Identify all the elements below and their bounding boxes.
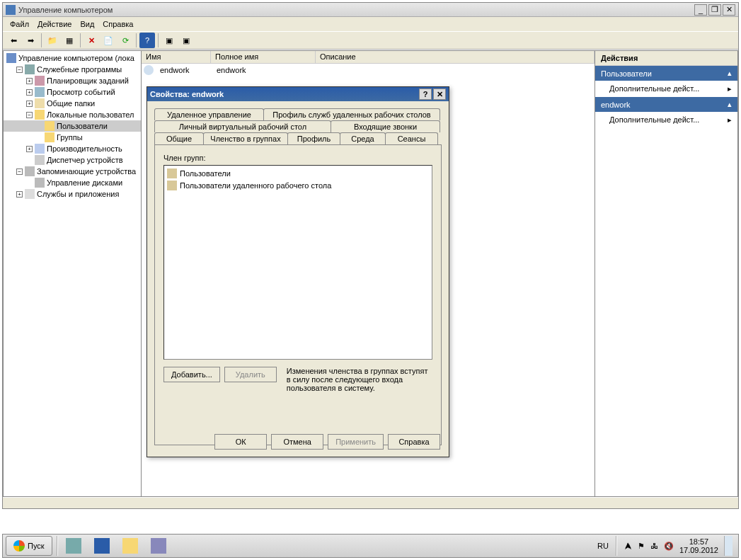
actions-section-endwork[interactable]: endwork▴ bbox=[595, 97, 737, 112]
col-fullname[interactable]: Полное имя bbox=[211, 51, 316, 63]
help-button[interactable]: ? bbox=[139, 33, 155, 48]
tray-flag-icon[interactable]: ⚑ bbox=[638, 542, 645, 551]
extra2-button[interactable]: ▣ bbox=[178, 33, 194, 48]
delete-button[interactable]: ✕ bbox=[84, 33, 99, 48]
tab-rds-profile[interactable]: Профиль служб удаленных рабочих столов bbox=[263, 108, 440, 120]
dialog-title: Свойства: endwork bbox=[150, 90, 418, 98]
properties-button[interactable]: 📄 bbox=[100, 33, 116, 48]
add-button[interactable]: Добавить... bbox=[163, 367, 220, 382]
col-name[interactable]: Имя bbox=[142, 51, 211, 63]
system-tray: RU ⮝ ⚑ 🖧 🔇 18:57 17.09.2012 bbox=[592, 536, 738, 556]
tab-sessions[interactable]: Сеансы bbox=[385, 132, 438, 144]
close-button[interactable]: ✕ bbox=[723, 4, 735, 16]
taskbar-app[interactable] bbox=[144, 536, 173, 556]
tab-member-of[interactable]: Членство в группах bbox=[203, 132, 288, 144]
menu-file[interactable]: Файл bbox=[10, 20, 29, 28]
list-row[interactable]: endwork endwork bbox=[142, 64, 594, 76]
separator bbox=[136, 33, 137, 47]
group-item[interactable]: Пользователи bbox=[166, 167, 430, 179]
up-button[interactable]: 📁 bbox=[45, 33, 60, 48]
clock[interactable]: 18:57 17.09.2012 bbox=[679, 537, 718, 554]
tab-environment[interactable]: Среда bbox=[340, 132, 386, 144]
show-desktop-button[interactable] bbox=[724, 536, 733, 556]
forward-button[interactable]: ➡ bbox=[23, 33, 38, 48]
expand-icon[interactable]: + bbox=[26, 78, 33, 84]
menu-view[interactable]: Вид bbox=[80, 20, 94, 28]
tree-performance[interactable]: +Производительность bbox=[4, 143, 141, 154]
collapse-icon[interactable]: − bbox=[16, 67, 23, 73]
actions-header: Действия bbox=[595, 51, 737, 66]
tree-storage[interactable]: −Запоминающие устройства bbox=[4, 166, 141, 177]
start-button[interactable]: Пуск bbox=[6, 536, 52, 556]
tree-shared-folders[interactable]: +Общие папки bbox=[4, 98, 141, 109]
tab-general[interactable]: Общие bbox=[154, 132, 204, 144]
tree-task-scheduler[interactable]: +Планировщик заданий bbox=[4, 75, 141, 86]
actions-more-1[interactable]: Дополнительные дейст...▸ bbox=[595, 81, 737, 97]
list-header: Имя Полное имя Описание bbox=[142, 51, 594, 64]
tree-system-tools[interactable]: −Служебные программы bbox=[4, 64, 141, 75]
taskbar-server-manager[interactable] bbox=[59, 536, 88, 556]
ok-button[interactable]: ОК bbox=[214, 434, 267, 450]
expand-icon[interactable]: + bbox=[26, 89, 33, 96]
status-bar bbox=[3, 497, 738, 508]
actions-section-users[interactable]: Пользователи▴ bbox=[595, 66, 737, 81]
collapse-icon[interactable]: − bbox=[16, 168, 23, 175]
dialog-help-button[interactable]: ? bbox=[419, 88, 432, 100]
tree-device-manager[interactable]: Диспетчер устройств bbox=[4, 154, 141, 166]
show-hide-button[interactable]: ▦ bbox=[62, 33, 77, 48]
help-button[interactable]: Справка bbox=[388, 434, 440, 450]
services-icon bbox=[25, 189, 35, 199]
device-icon bbox=[35, 155, 45, 165]
taskbar: Пуск RU ⮝ ⚑ 🖧 🔇 18:57 17.09.2012 bbox=[2, 534, 739, 558]
remove-button[interactable]: Удалить bbox=[224, 367, 277, 382]
chevron-up-icon: ▴ bbox=[728, 69, 732, 78]
tree-groups[interactable]: Группы bbox=[4, 132, 141, 143]
group-list[interactable]: Пользователи Пользователи удаленного раб… bbox=[163, 165, 432, 360]
restore-button[interactable]: ❐ bbox=[708, 4, 721, 16]
dialog-close-button[interactable]: ✕ bbox=[433, 88, 446, 100]
membership-note: Изменения членства в группах вступят в с… bbox=[281, 367, 432, 392]
menu-action[interactable]: Действие bbox=[38, 20, 71, 28]
tree-disk-mgmt[interactable]: Управление дисками bbox=[4, 177, 141, 188]
collapse-icon[interactable]: − bbox=[26, 112, 33, 118]
cancel-button[interactable]: Отмена bbox=[271, 434, 323, 450]
tree-local-users[interactable]: −Локальные пользовател bbox=[4, 109, 141, 120]
separator bbox=[80, 33, 81, 47]
actions-panel: Действия Пользователи▴ Дополнительные де… bbox=[595, 50, 738, 497]
dialog-titlebar: Свойства: endwork ? ✕ bbox=[147, 87, 449, 101]
member-of-label: Член групп: bbox=[163, 154, 432, 162]
actions-more-2[interactable]: Дополнительные дейст...▸ bbox=[595, 112, 737, 128]
language-indicator[interactable]: RU bbox=[597, 542, 609, 550]
tab-incoming-calls[interactable]: Входящие звонки bbox=[331, 120, 440, 132]
tree-users[interactable]: Пользователи bbox=[4, 120, 141, 132]
windows-icon bbox=[13, 540, 25, 552]
tray-sound-icon[interactable]: 🔇 bbox=[664, 542, 674, 551]
expand-icon[interactable]: + bbox=[16, 191, 23, 198]
expand-icon[interactable]: + bbox=[26, 101, 33, 107]
minimize-button[interactable]: _ bbox=[694, 4, 707, 16]
folder-icon bbox=[45, 121, 54, 131]
separator bbox=[158, 33, 159, 47]
tab-remote-control[interactable]: Удаленное управление bbox=[154, 108, 264, 120]
separator bbox=[616, 536, 617, 556]
tree-event-viewer[interactable]: +Просмотр событий bbox=[4, 86, 141, 98]
back-button[interactable]: ⬅ bbox=[6, 33, 21, 48]
tab-personal-vd[interactable]: Личный виртуальный рабочий стол bbox=[154, 120, 331, 132]
menu-help[interactable]: Справка bbox=[103, 20, 133, 28]
clock-icon bbox=[35, 76, 45, 86]
tray-network-icon[interactable]: 🖧 bbox=[650, 542, 658, 550]
cell-name: endwork bbox=[156, 66, 212, 74]
taskbar-powershell[interactable] bbox=[88, 536, 116, 556]
apply-button[interactable]: Применить bbox=[328, 434, 384, 450]
col-desc[interactable]: Описание bbox=[316, 51, 594, 63]
tray-chevron-icon[interactable]: ⮝ bbox=[624, 542, 632, 550]
group-item[interactable]: Пользователи удаленного рабочего стола bbox=[166, 179, 430, 191]
tree-root[interactable]: Управление компьютером (лока bbox=[4, 52, 141, 64]
tree-services[interactable]: +Службы и приложения bbox=[4, 188, 141, 200]
tab-profile[interactable]: Профиль bbox=[287, 132, 340, 144]
expand-icon[interactable]: + bbox=[26, 146, 33, 152]
taskbar-explorer[interactable] bbox=[116, 536, 144, 556]
extra1-button[interactable]: ▣ bbox=[161, 33, 177, 48]
refresh-button[interactable]: ⟳ bbox=[117, 33, 133, 48]
title-bar: Управление компьютером _ ❐ ✕ bbox=[3, 3, 738, 17]
